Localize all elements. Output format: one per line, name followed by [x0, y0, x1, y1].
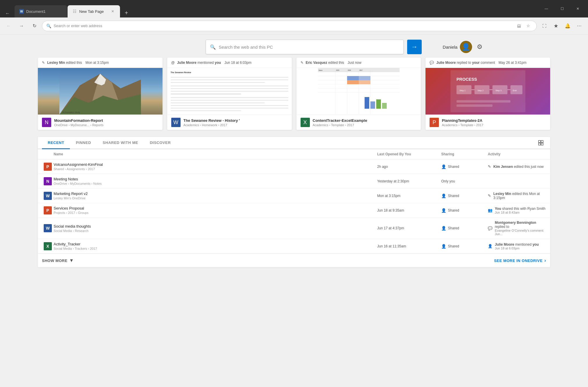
address-bar[interactable]: 🔍 Search or enter web address 🕮 ☆	[42, 21, 537, 31]
svg-text:2015: 2015	[336, 69, 339, 71]
forward-button[interactable]: →	[16, 21, 27, 31]
card-content-path: Academics › Template › 2017	[313, 123, 367, 127]
tab-document[interactable]: W Document1	[15, 5, 67, 17]
ppt-icon: P	[430, 118, 439, 127]
card-editor-planning: Julie Moore replied to your comment	[436, 61, 495, 65]
card-mountain-footer: N MountainFormation-Report OneDrive › My…	[38, 115, 163, 130]
nav-right-icons: ⛶ ★ 🔔 ⋯	[539, 21, 585, 31]
edit-icon: ✎	[42, 61, 45, 65]
web-search-box[interactable]: 🔍 Search the web and this PC	[206, 40, 404, 54]
collections-icon[interactable]: ⛶	[539, 21, 550, 31]
tab-close-icon[interactable]: ✕	[110, 9, 115, 14]
card-editor-sewanee: Julie Moore mentioned you	[177, 61, 221, 65]
card-mountain[interactable]: ✎ Lesley Min edited this Mon at 3:15pm	[38, 58, 163, 130]
file-name-services: Services Proposal	[54, 206, 377, 210]
main-area: ✎ Lesley Min edited this Mon at 3:15pm	[0, 58, 588, 384]
file-icon-col-meeting: N	[42, 177, 54, 185]
tab-bar: ← W Document1 ☷ New Tab Page ✕ +	[3, 0, 131, 17]
favorites-star-icon[interactable]: ★	[551, 21, 561, 31]
page-content: 🔍 Search the web and this PC → Daniela 👤…	[0, 34, 588, 387]
notifications-icon[interactable]: 🔔	[562, 21, 573, 31]
file-row-activity[interactable]: X Activity_Tracker Social Media › Tracke…	[38, 239, 550, 254]
sharing-label-meeting: Only you	[441, 179, 455, 183]
word-icon: W	[171, 118, 181, 127]
file-list-footer: SHOW MORE ▼ SEE MORE IN ONEDRIVE ›	[38, 254, 550, 267]
user-avatar[interactable]: 👤	[460, 41, 472, 53]
new-tab-button[interactable]: +	[122, 8, 131, 17]
menu-icon[interactable]: ⋯	[574, 21, 585, 31]
file-date-meeting: Yesterday at 2:30pm	[377, 179, 441, 183]
file-info-services: Services Proposal Projects › 2017 › Grou…	[54, 206, 377, 214]
tab-discover[interactable]: DISCOVER	[144, 137, 176, 149]
favorites-icon[interactable]: ☆	[524, 22, 532, 30]
file-name-marketing: Marketing Report v2	[54, 191, 377, 196]
file-sharing-activity: 👤 Shared	[441, 244, 488, 249]
file-name-social: Social media thoughts	[54, 224, 377, 228]
svg-rect-43	[456, 104, 492, 107]
see-more-onedrive-button[interactable]: SEE MORE IN ONEDRIVE ›	[494, 258, 546, 263]
svg-rect-46	[538, 143, 541, 145]
activity-text-wrapper-social: Montgomery Bennington replied to Evangel…	[495, 221, 546, 236]
file-row-services[interactable]: P Services Proposal Projects › 2017 › Gr…	[38, 203, 550, 218]
search-icon: 🔍	[46, 24, 51, 28]
reading-mode-icon[interactable]: 🕮	[515, 22, 523, 30]
file-date-volcano: 2h ago	[377, 165, 441, 169]
card-planning-path: Academics › Template › 2017	[442, 123, 483, 127]
file-row-volcano[interactable]: P VolcanoAssignment-KimFinal Shared › As…	[38, 159, 550, 174]
activity-line2-social: Evangeline O'Connelly's comment Jun...	[495, 229, 546, 236]
grid-view-icon[interactable]	[536, 138, 546, 148]
file-date-services: Jun 18 at 9:35am	[377, 208, 441, 212]
file-sharing-marketing: 👤 Shared	[441, 194, 488, 198]
file-row-meeting[interactable]: N Meeting Notes OneDrive › MyDocuments ›…	[38, 174, 550, 189]
search-arrow-icon: →	[411, 43, 418, 51]
sharing-label-social: Shared	[448, 226, 459, 230]
card-editor-content: Eric Vasquez edited this	[306, 61, 344, 65]
file-icon-col-social: W	[42, 224, 54, 232]
ppt-preview: PROCESS Step 1 Step 2 Step 3 End	[425, 68, 550, 115]
close-button[interactable]: ✕	[571, 4, 585, 13]
svg-rect-17	[347, 76, 359, 80]
svg-rect-42	[456, 100, 510, 103]
file-name-activity: Activity_Tracker	[54, 242, 377, 246]
file-path-activity: Social Media › Trackers › 2017	[54, 247, 377, 250]
tab-shared-with-me[interactable]: SHARED WITH ME	[97, 137, 144, 149]
minimize-button[interactable]: —	[540, 4, 553, 13]
col-icon	[42, 152, 54, 156]
settings-icon[interactable]: ⚙	[474, 42, 485, 52]
file-icon-col-volcano: P	[42, 163, 54, 171]
back-button[interactable]: ←	[3, 21, 14, 31]
tab-pinned[interactable]: PINNED	[70, 137, 97, 149]
file-icon-ppt-volcano: P	[44, 163, 52, 171]
file-row-social[interactable]: W Social media thoughts Social Media › R…	[38, 218, 550, 239]
sharing-icon-social: 👤	[441, 226, 446, 231]
col-name: Name	[54, 152, 377, 156]
sharing-people-icon: 👤	[441, 164, 446, 169]
file-date-activity: Jun 16 at 11:35am	[377, 244, 441, 248]
activity-edit-icon: ✎	[488, 164, 491, 169]
file-activity-volcano: ✎ Kim Jensen edited this just now	[488, 164, 546, 169]
file-row-marketing[interactable]: W Marketing Report v2 Lesley Min's OneDr…	[38, 189, 550, 203]
svg-text:End: End	[513, 89, 516, 92]
word-document-preview: The Sewanee Review	[167, 68, 292, 115]
search-submit-button[interactable]: →	[407, 40, 422, 54]
history-back-icon[interactable]: ←	[3, 9, 12, 17]
svg-rect-21	[364, 97, 369, 109]
file-icon-col-marketing: W	[42, 192, 54, 200]
activity-line1-social: Montgomery Bennington replied to	[495, 221, 546, 229]
file-name-meeting: Meeting Notes	[54, 177, 377, 181]
tab-recent[interactable]: RECENT	[42, 137, 70, 149]
card-planning[interactable]: 💬 Julie Moore replied to your comment Ma…	[425, 58, 550, 130]
file-info-marketing: Marketing Report v2 Lesley Min's OneDriv…	[54, 191, 377, 200]
card-mountain-info: MountainFormation-Report OneDrive › MyDo…	[54, 118, 103, 127]
tab-newtab[interactable]: ☷ New Tab Page ✕	[68, 5, 120, 17]
comment-icon: 💬	[430, 61, 434, 65]
activity-line2-services: Jun 18 at 8:43am	[495, 211, 545, 214]
maximize-button[interactable]: ☐	[555, 4, 569, 13]
show-more-button[interactable]: SHOW MORE ▼	[42, 258, 74, 263]
sharing-label-activity: Shared	[448, 244, 459, 248]
file-icon-ppt-services: P	[44, 206, 52, 214]
refresh-button[interactable]: ↻	[29, 21, 40, 31]
card-content-tracker[interactable]: ✎ Eric Vasquez edited this Just now	[296, 58, 421, 130]
svg-text:Mt Formation Study: Mt Formation Study	[62, 111, 80, 114]
card-sewanee[interactable]: @ Julie Moore mentioned you Jun 18 at 6:…	[167, 58, 292, 130]
